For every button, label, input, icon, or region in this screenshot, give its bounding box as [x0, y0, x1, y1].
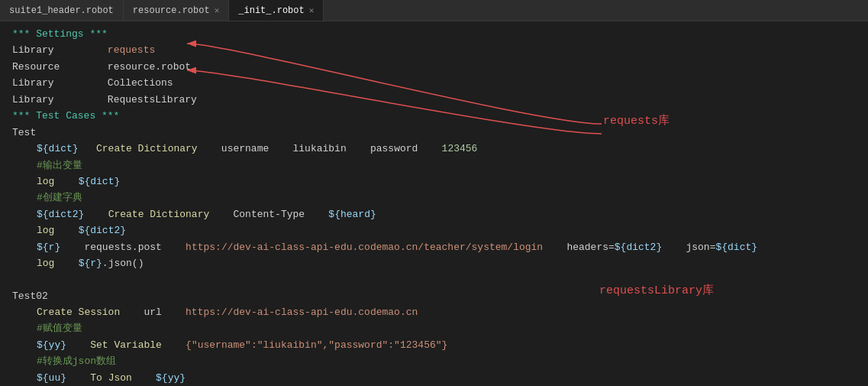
tab-label-init: _init_.robot — [238, 5, 304, 16]
code-token: Create Dictionary — [108, 206, 210, 222]
code-line: Test02 — [0, 288, 868, 304]
code-token: Library — [12, 92, 108, 108]
code-token — [120, 304, 144, 320]
code-line: #赋值变量 — [0, 320, 868, 336]
code-token: https://dev-ai-class-api-edu.codemao.cn — [186, 304, 418, 320]
code-token: json= — [686, 239, 715, 255]
code-token: Content-Type — [233, 206, 305, 222]
code-token: #创建字典 — [37, 190, 82, 206]
code-token: log — [37, 255, 54, 271]
code-token — [305, 206, 328, 222]
code-line: Library RequestsLibrary — [0, 92, 868, 108]
code-token: Resource — [12, 59, 108, 75]
code-token: Create Dictionary — [96, 141, 198, 157]
code-token — [162, 304, 186, 320]
code-line: log ${dict2} — [0, 222, 868, 238]
code-token — [418, 141, 441, 157]
code-token: ${dict2} — [37, 206, 84, 222]
code-token — [60, 239, 84, 255]
code-token: ${dict2} — [615, 239, 662, 255]
code-line: log ${r}.json() — [0, 255, 868, 271]
tab-init[interactable]: _init_.robot ✕ — [229, 0, 324, 21]
code-token: RequestsLibrary — [108, 92, 197, 108]
code-token — [198, 141, 221, 157]
code-token: requests.post — [84, 239, 161, 255]
tab-bar: suite1_header.robot resource.robot ✕ _in… — [0, 0, 868, 21]
code-token — [209, 206, 233, 222]
code-token — [84, 206, 108, 222]
code-token: https://dev-ai-class-api-edu.codemao.cn/… — [186, 239, 543, 255]
code-line: Create Session url https://dev-ai-class-… — [0, 304, 868, 320]
close-icon[interactable]: ✕ — [215, 5, 220, 15]
code-line: Test — [0, 125, 868, 141]
tab-resource[interactable]: resource.robot ✕ — [124, 0, 229, 21]
code-token: log — [37, 222, 54, 238]
code-token — [132, 370, 156, 386]
code-token: password — [370, 141, 418, 157]
code-line: #输出变量 — [0, 157, 868, 174]
code-token: resource.robot — [108, 59, 191, 75]
code-line: #转换成json数组 — [0, 353, 868, 369]
tab-label-suite1: suite1_header.robot — [9, 5, 114, 16]
code-token: ${yy} — [37, 337, 66, 353]
code-token: #赋值变量 — [37, 320, 82, 336]
code-token: #输出变量 — [37, 157, 82, 174]
code-token: Test — [12, 125, 36, 141]
code-token — [347, 141, 370, 157]
code-token: Library — [12, 42, 108, 58]
code-line: Resource resource.robot — [0, 59, 868, 75]
code-line: *** Test Cases *** — [0, 108, 868, 124]
code-line: ${r} requests.post https://dev-ai-class-… — [0, 239, 868, 255]
code-token: Test02 — [12, 288, 48, 304]
code-token: ${dict} — [79, 174, 121, 190]
code-token: ${uu} — [37, 370, 66, 386]
editor-area: *** Settings ***Library requestsResource… — [0, 21, 868, 386]
code-token: Set Variable — [90, 337, 162, 353]
code-token: username — [221, 141, 269, 157]
code-token: *** Settings *** — [12, 26, 108, 42]
code-token: .json() — [102, 255, 144, 271]
code-token: ${dict} — [715, 239, 757, 255]
code-token: url — [144, 304, 161, 320]
code-token: ${dict} — [37, 141, 79, 157]
code-token: Library — [12, 75, 108, 91]
code-token — [54, 174, 78, 190]
code-line: *** Settings *** — [0, 26, 868, 42]
code-token: requests — [108, 42, 155, 58]
code-token: ${heard} — [328, 206, 376, 222]
code-token: *** Test Cases *** — [12, 108, 119, 124]
code-line — [0, 272, 868, 288]
code-line: ${uu} To Json ${yy} — [0, 370, 868, 386]
code-line: ${dict2} Create Dictionary Content-Type … — [0, 206, 868, 222]
code-token: headers= — [566, 239, 614, 255]
code-token: Collections — [108, 75, 173, 91]
tab-label-resource: resource.robot — [133, 5, 210, 16]
code-token: ${dict2} — [79, 222, 126, 238]
code-token — [66, 370, 90, 386]
code-line: ${dict} Create Dictionary username liuka… — [0, 141, 868, 157]
code-token — [54, 255, 78, 271]
code-token — [543, 239, 566, 255]
code-token — [66, 337, 90, 353]
code-token — [79, 141, 96, 157]
code-token — [54, 222, 78, 238]
code-token: log — [37, 174, 54, 190]
code-token: #转换成json数组 — [37, 353, 116, 369]
tab-suite1-header[interactable]: suite1_header.robot — [0, 0, 124, 21]
code-token — [662, 239, 686, 255]
code-line: log ${dict} — [0, 174, 868, 190]
close-icon[interactable]: ✕ — [309, 5, 315, 15]
code-token: Create Session — [37, 304, 120, 320]
code-token: 123456 — [442, 141, 478, 157]
code-token: {"username":"liukaibin","password":"1234… — [186, 337, 447, 353]
code-token: ${yy} — [156, 370, 186, 386]
code-token: To Json — [90, 370, 132, 386]
code-line: Library Collections — [0, 75, 868, 91]
code-token: liukaibin — [293, 141, 347, 157]
code-token: ${r} — [79, 255, 102, 271]
code-token — [162, 337, 186, 353]
code-line: #创建字典 — [0, 190, 868, 206]
code-token: ${r} — [37, 239, 60, 255]
code-line: Library requests — [0, 42, 868, 58]
code-token — [162, 239, 186, 255]
